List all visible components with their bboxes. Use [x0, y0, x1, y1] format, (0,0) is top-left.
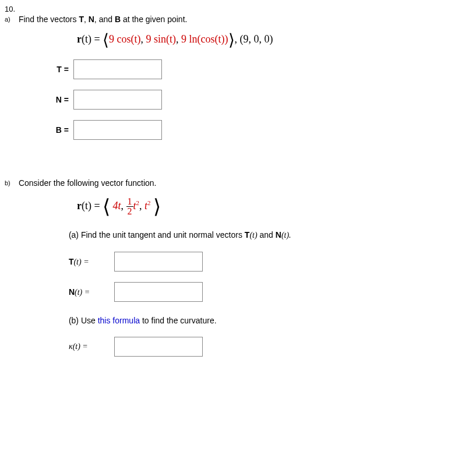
input-Nt[interactable] [114, 282, 203, 302]
prompt-text: at the given point. [121, 15, 187, 24]
component-3-exp: 2 [147, 199, 151, 206]
label-Nt: N(t) = [69, 287, 114, 297]
bracket-close: ⟩ [228, 31, 235, 49]
label-T-arg: (t) = [73, 258, 89, 266]
point: , (9, 0, 0) [235, 33, 273, 45]
arg-t: (t). [281, 231, 291, 239]
answer-row-Nt: N(t) = [69, 282, 461, 302]
fraction: 12 [126, 197, 133, 216]
frac-den: 2 [126, 207, 133, 216]
sub-a-text: and [258, 230, 276, 239]
component-3: 9 ln(cos(t)) [181, 33, 228, 45]
component-1: 4t [113, 200, 121, 212]
answer-row-Tt: T(t) = [69, 252, 461, 272]
arg-t: (t) [249, 231, 257, 239]
frac-num: 1 [126, 197, 133, 207]
question-number: 10. [5, 5, 471, 13]
formula-link[interactable]: this formula [98, 316, 140, 325]
sub-b-text: (b) Use [69, 316, 98, 325]
vector-T: T [79, 15, 84, 24]
part-b-prompt: Consider the following vector function. [19, 178, 461, 188]
eq-arg: (t) = [82, 200, 103, 212]
sep: , [176, 33, 181, 45]
equation-b: r(t) = ⟨ 4t, 12t2, t2 ⟩ [77, 197, 461, 216]
vector-B: B [115, 15, 121, 24]
kappa-sym: κ [69, 342, 73, 351]
label-N-bold: N [69, 287, 75, 297]
sep: , [141, 33, 146, 45]
part-b-label: b) [5, 179, 16, 186]
part-a: a) Find the vectors T, N, and B at the g… [5, 15, 471, 150]
input-N[interactable] [73, 90, 162, 110]
vector-N: N [276, 230, 281, 239]
equation-a: r(t) = ⟨9 cos(t), 9 sin(t), 9 ln(cos(t))… [77, 33, 461, 45]
part-a-prompt: Find the vectors T, N, and B at the give… [19, 15, 461, 24]
kappa-arg: (t) = [73, 342, 88, 351]
answer-row-N: N = [35, 90, 461, 110]
sub-a-prompt: (a) Find the unit tangent and unit norma… [69, 230, 461, 240]
input-kappa[interactable] [114, 337, 203, 357]
answer-row-B: B = [35, 120, 461, 140]
prompt-text: , and [94, 15, 115, 24]
label-T: T = [35, 65, 73, 74]
part-b: b) Consider the following vector functio… [5, 178, 471, 367]
bracket-open: ⟨ [103, 196, 110, 217]
sub-b-prompt: (b) Use this formula to find the curvatu… [69, 316, 461, 325]
prompt-text: , [84, 15, 89, 24]
label-kappa: κ(t) = [69, 342, 114, 351]
label-N-arg: (t) = [75, 288, 90, 297]
eq-arg: (t) = [82, 33, 103, 45]
bracket-open: ⟨ [103, 31, 109, 49]
input-Tt[interactable] [114, 252, 203, 272]
sep: , [121, 200, 126, 212]
part-a-label: a) [5, 16, 16, 23]
component-2: 9 sin(t) [146, 33, 177, 45]
eq-r: r [77, 33, 82, 45]
answer-row-T: T = [35, 59, 461, 79]
answer-row-kappa: κ(t) = [69, 337, 461, 357]
input-B[interactable] [73, 120, 162, 140]
sub-a-text: (a) Find the unit tangent and unit norma… [69, 230, 245, 239]
prompt-text: Find the vectors [19, 15, 79, 24]
label-B: B = [35, 125, 73, 135]
component-1: 9 cos(t) [109, 33, 140, 45]
vector-N: N [89, 15, 94, 24]
bracket-close: ⟩ [153, 196, 161, 217]
input-T[interactable] [73, 59, 162, 79]
label-Tt: T(t) = [69, 257, 114, 267]
sep: , [139, 200, 144, 212]
label-N: N = [35, 95, 73, 104]
sub-b-text: to find the curvature. [140, 316, 217, 325]
eq-r: r [77, 200, 82, 212]
